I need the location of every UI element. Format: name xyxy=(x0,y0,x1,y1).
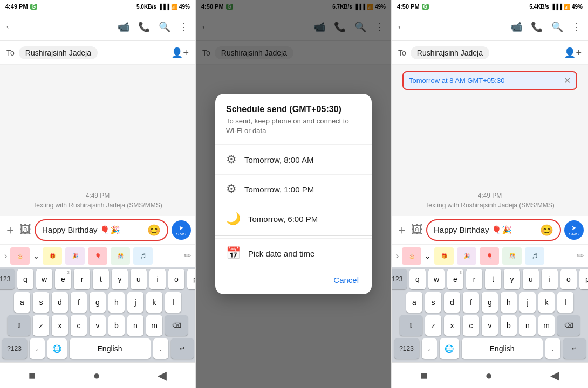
key-w-1[interactable]: w xyxy=(36,269,52,289)
nav-triangle-3[interactable]: ◀ xyxy=(550,369,559,383)
send-button-3[interactable]: ➤ SMS xyxy=(564,220,584,240)
gif-item-4[interactable]: 🎈 xyxy=(88,247,107,265)
key-k-3[interactable]: k xyxy=(538,292,555,313)
pencil-icon-1[interactable]: ✏ xyxy=(184,251,191,261)
key-g-1[interactable]: g xyxy=(90,292,106,313)
emoji-icon-3[interactable]: 😊 xyxy=(540,224,553,237)
key-q-3[interactable]: q xyxy=(409,269,426,289)
nav-circle-1[interactable]: ● xyxy=(93,369,100,383)
nav-square-1[interactable]: ■ xyxy=(29,369,36,383)
key-period-3[interactable]: . xyxy=(545,338,560,359)
key-x-3[interactable]: x xyxy=(444,315,460,336)
key-a-3[interactable]: a xyxy=(406,292,422,313)
key-space-1[interactable]: English xyxy=(70,338,151,359)
key-t-3[interactable]: t xyxy=(485,269,501,289)
key-b-3[interactable]: b xyxy=(501,315,517,336)
key-globe-3[interactable]: 🌐 xyxy=(440,338,459,359)
key-comma-3[interactable]: ، xyxy=(422,338,437,359)
gif-item-3-1[interactable]: 🎂 xyxy=(402,247,421,265)
key-m-3[interactable]: m xyxy=(538,315,555,336)
key-p-3[interactable]: p xyxy=(579,269,588,289)
key-k-1[interactable]: k xyxy=(146,292,162,313)
key-s-1[interactable]: s xyxy=(33,292,49,313)
key-backspace-3[interactable]: ⌫ xyxy=(557,315,580,336)
key-l-3[interactable]: l xyxy=(557,292,573,313)
key-x-1[interactable]: x xyxy=(52,315,68,336)
gif-expand-3[interactable]: ⌄ xyxy=(425,252,431,260)
key-sym-1[interactable]: ?123 xyxy=(2,338,27,359)
key-c-1[interactable]: c xyxy=(71,315,87,336)
key-y-3[interactable]: y xyxy=(504,269,520,289)
add-icon-3[interactable]: ＋ xyxy=(396,222,408,238)
key-f-3[interactable]: f xyxy=(463,292,479,313)
gif-item-3-4[interactable]: 🎈 xyxy=(480,247,499,265)
add-icon-1[interactable]: ＋ xyxy=(4,222,16,238)
key-s-3[interactable]: s xyxy=(425,292,441,313)
gif-arrow-1[interactable]: › xyxy=(4,251,7,261)
key-g-3[interactable]: g xyxy=(482,292,498,313)
phone-icon-1[interactable]: 📞 xyxy=(136,19,152,35)
key-enter-3[interactable]: ↵ xyxy=(563,338,586,359)
gif-arrow-3[interactable]: › xyxy=(396,251,399,261)
key-i-3[interactable]: i xyxy=(542,269,558,289)
gif-item-3-5[interactable]: 🎊 xyxy=(502,247,522,265)
gif-item-3-6[interactable]: 🎵 xyxy=(525,247,544,265)
key-q-1[interactable]: q xyxy=(17,269,33,289)
key-?123-1[interactable]: ?123 xyxy=(0,269,15,289)
key-j-3[interactable]: j xyxy=(519,292,536,313)
key-globe-1[interactable]: 🌐 xyxy=(47,338,67,359)
nav-circle-3[interactable]: ● xyxy=(485,369,492,383)
send-button-1[interactable]: ➤ SMS xyxy=(172,220,191,240)
message-input-1[interactable]: Happy Birthday 🎈🎉 xyxy=(42,225,144,235)
key-n-1[interactable]: n xyxy=(127,315,143,336)
key-shift-1[interactable]: ⇧ xyxy=(8,315,30,336)
message-input-3[interactable]: Happy Birthday 🎈🎉 xyxy=(434,225,537,235)
dialog-option-2[interactable]: Tomorrow, 1:00 PM xyxy=(215,174,372,204)
key-v-3[interactable]: v xyxy=(482,315,498,336)
contact-chip-1[interactable]: Rushirajsinh Jadeja xyxy=(19,46,98,59)
key-enter-1[interactable]: ↵ xyxy=(171,338,194,359)
key-m-1[interactable]: m xyxy=(146,315,162,336)
key-o-3[interactable]: o xyxy=(560,269,577,289)
key-o-1[interactable]: o xyxy=(168,269,184,289)
more-icon-3[interactable]: ⋮ xyxy=(570,19,584,35)
key-comma-1[interactable]: ، xyxy=(30,338,45,359)
key-e-3[interactable]: e3 xyxy=(447,269,463,289)
gif-expand-1[interactable]: ⌄ xyxy=(33,252,39,260)
key-i-1[interactable]: i xyxy=(149,269,166,289)
dialog-option-3[interactable]: Tomorrow, 6:00 PM xyxy=(215,204,372,233)
key-backspace-1[interactable]: ⌫ xyxy=(165,315,188,336)
gif-item-5[interactable]: 🎊 xyxy=(111,247,130,265)
emoji-icon-1[interactable]: 😊 xyxy=(147,224,161,237)
nav-triangle-1[interactable]: ◀ xyxy=(158,369,167,383)
back-btn-3[interactable]: ← xyxy=(396,20,407,33)
add-contact-icon-3[interactable]: 👤+ xyxy=(564,47,582,59)
gallery-icon-1[interactable]: 🖼 xyxy=(19,223,31,237)
key-f-1[interactable]: f xyxy=(71,292,87,313)
key-shift-3[interactable]: ⇧ xyxy=(400,315,422,336)
key-u-1[interactable]: u xyxy=(131,269,147,289)
more-icon-1[interactable]: ⋮ xyxy=(177,19,191,35)
key-d-3[interactable]: d xyxy=(444,292,460,313)
key-y-1[interactable]: y xyxy=(112,269,128,289)
key-h-1[interactable]: h xyxy=(108,292,125,313)
key-t-1[interactable]: t xyxy=(93,269,109,289)
key-space-3[interactable]: English xyxy=(462,338,543,359)
nav-square-3[interactable]: ■ xyxy=(420,369,427,383)
key-c-3[interactable]: c xyxy=(463,315,479,336)
gif-item-6[interactable]: 🎵 xyxy=(133,247,153,265)
phone-icon-3[interactable]: 📞 xyxy=(529,19,545,35)
pencil-icon-3[interactable]: ✏ xyxy=(577,251,584,261)
badge-close-button[interactable]: ✕ xyxy=(564,75,571,86)
contact-chip-3[interactable]: Rushirajsinh Jadeja xyxy=(411,46,489,59)
key-a-1[interactable]: a xyxy=(14,292,30,313)
cancel-button[interactable]: Cancel xyxy=(329,272,363,288)
key-?123-3[interactable]: ?123 xyxy=(392,269,407,289)
key-r-1[interactable]: r xyxy=(74,269,90,289)
gif-item-2[interactable]: 🎁 xyxy=(43,247,62,265)
dialog-option-4[interactable]: Pick date and time xyxy=(215,238,372,268)
key-l-1[interactable]: l xyxy=(165,292,181,313)
add-contact-icon-1[interactable]: 👤+ xyxy=(171,47,189,59)
key-n-3[interactable]: n xyxy=(519,315,536,336)
key-r-3[interactable]: r xyxy=(466,269,482,289)
